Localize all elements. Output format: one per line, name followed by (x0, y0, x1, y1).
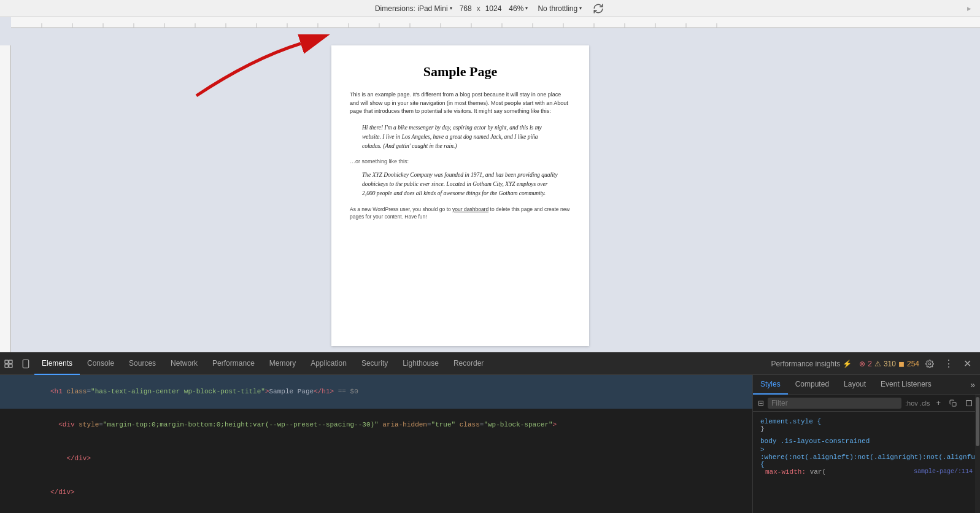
devtools-panel: Elements Console Sources Network Perform… (0, 352, 980, 513)
page-intro: This is an example page. It's different … (350, 91, 571, 116)
svg-point-32 (928, 363, 931, 365)
css-rule-element-style: element.style { } (753, 415, 980, 435)
vertical-ruler (0, 45, 11, 369)
error-badges: ⊗ 2 ⚠ 310 ◼ 254 (859, 360, 919, 368)
svg-rect-26 (5, 360, 8, 363)
html-line-entry-content[interactable]: <div class="entry-content wp-block-post-… (0, 509, 752, 513)
html-source-pane[interactable]: <h1 class="has-text-align-center wp-bloc… (0, 375, 753, 513)
more-options-icon[interactable]: ⋮ (940, 355, 957, 372)
info-count: 254 (907, 360, 919, 368)
horizontal-ruler (11, 17, 980, 28)
css-source-link[interactable]: sample-page/:114 (914, 468, 973, 475)
page-or-text: …or something like this: (350, 158, 571, 164)
copy-style-icon[interactable] (947, 398, 959, 408)
upper-section: Sample Page This is an example page. It'… (0, 17, 980, 369)
format-style-icon[interactable] (963, 398, 975, 408)
arrow-annotation (178, 34, 331, 108)
toolbar-right-group: Performance insights ⚡ ⊗ 2 ⚠ 310 ◼ 254 (766, 355, 980, 372)
page-preview: Sample Page This is an example page. It'… (331, 45, 595, 346)
rotate-icon[interactable] (589, 1, 608, 17)
width-value: 768 (460, 4, 472, 13)
page-blockquote-1: Hi there! I'm a bike messenger by day, a… (362, 123, 558, 152)
svg-rect-34 (966, 400, 972, 406)
css-rules-content: element.style { } body .is-layout-constr… (753, 412, 980, 513)
tab-console[interactable]: Console (80, 353, 122, 375)
filter-input[interactable] (768, 398, 901, 409)
inspector-icon[interactable] (0, 357, 17, 371)
sample-page-frame: Sample Page This is an example page. It'… (331, 45, 589, 346)
tab-computed[interactable]: Computed (788, 375, 836, 395)
html-line-div-close[interactable]: </div> (0, 476, 752, 509)
perf-insights-icon: ⚡ (843, 360, 852, 368)
css-rule-body-layout: body .is-layout-constrained > :where(:no… (753, 435, 980, 478)
page-footer: As a new WordPress user, you should go t… (350, 206, 571, 221)
devtools-body: <h1 class="has-text-align-center wp-bloc… (0, 375, 980, 513)
tab-recorder[interactable]: Recorder (446, 353, 491, 375)
zoom-dropdown[interactable]: 46% ▾ (506, 3, 530, 14)
perf-insights-btn[interactable]: Performance insights ⚡ (766, 360, 857, 368)
dimensions-label: Dimensions: iPad Mini (375, 4, 448, 13)
svg-rect-33 (952, 402, 957, 406)
styles-scrollbar[interactable] (975, 395, 980, 513)
dimensions-dropdown[interactable]: Dimensions: iPad Mini ▾ (372, 3, 455, 14)
toolbar-center: Dimensions: iPad Mini ▾ 768 x 1024 46% ▾… (372, 1, 608, 17)
page-blockquote-2: The XYZ Doohickey Company was founded in… (362, 171, 558, 199)
toolbar-right: ▸ (963, 1, 975, 15)
styles-panel-expand[interactable]: » (965, 380, 980, 390)
tab-performance[interactable]: Performance (205, 353, 262, 375)
tab-security[interactable]: Security (354, 353, 395, 375)
zoom-chevron: ▾ (525, 6, 528, 11)
dimensions-chevron: ▾ (450, 6, 452, 11)
svg-rect-28 (5, 364, 8, 367)
html-line-div-spacer-close[interactable]: </div> (0, 442, 752, 476)
zoom-label: 46% (509, 4, 523, 13)
add-style-icon[interactable]: + (933, 397, 943, 409)
tab-lighthouse[interactable]: Lighthouse (395, 353, 446, 375)
top-toolbar: Dimensions: iPad Mini ▾ 768 x 1024 46% ▾… (0, 0, 980, 17)
filter-suffix: :hov .cls (905, 399, 930, 407)
tab-layout[interactable]: Layout (836, 375, 873, 395)
throttling-chevron: ▾ (579, 6, 582, 11)
svg-rect-29 (9, 364, 12, 367)
throttling-label: No throttling (538, 4, 577, 13)
styles-panel: Styles Computed Layout Event Listeners » (753, 375, 980, 513)
tab-event-listeners[interactable]: Event Listeners (873, 375, 939, 395)
x-separator: x (477, 4, 480, 13)
expand-icon[interactable]: ▸ (963, 1, 975, 15)
devtools-tabs-bar: Elements Console Sources Network Perform… (0, 353, 980, 375)
warn-icon: ⚠ (874, 360, 881, 368)
tab-application[interactable]: Application (303, 353, 354, 375)
tab-elements[interactable]: Elements (34, 353, 80, 375)
svg-rect-30 (23, 360, 28, 368)
warn-count: 310 (884, 360, 896, 368)
filter-icon: ⊟ (758, 399, 764, 407)
filter-bar: ⊟ :hov .cls + (753, 395, 980, 412)
close-devtools-icon[interactable]: ✕ (960, 355, 975, 372)
tab-memory[interactable]: Memory (262, 353, 303, 375)
throttling-dropdown[interactable]: No throttling ▾ (535, 3, 584, 14)
error-count: 2 (868, 360, 872, 368)
dashboard-link[interactable]: your dashboard (452, 206, 488, 212)
settings-icon[interactable] (922, 357, 938, 371)
tab-sources[interactable]: Sources (122, 353, 163, 375)
styles-tabs: Styles Computed Layout Event Listeners » (753, 375, 980, 395)
html-line-div-spacer[interactable]: <div style="margin-top:0;margin-bottom:0… (0, 409, 752, 442)
height-value: 1024 (485, 4, 502, 13)
scrollbar-thumb[interactable] (976, 397, 979, 446)
svg-rect-27 (9, 360, 12, 363)
info-icon: ◼ (898, 360, 905, 368)
html-line-h1[interactable]: <h1 class="has-text-align-center wp-bloc… (0, 375, 752, 409)
device-icon[interactable] (17, 357, 34, 371)
error-icon: ⊗ (859, 360, 865, 368)
page-title: Sample Page (350, 64, 571, 80)
tab-network[interactable]: Network (163, 353, 205, 375)
tab-styles[interactable]: Styles (753, 375, 788, 395)
